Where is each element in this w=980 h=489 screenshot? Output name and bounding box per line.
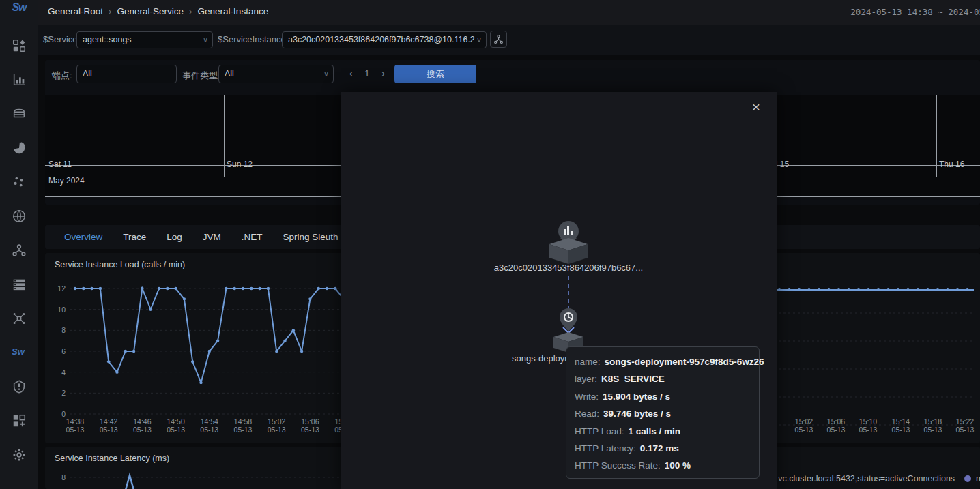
timeline-month-label: May 2024 xyxy=(48,176,85,186)
scatter-icon[interactable] xyxy=(12,175,27,190)
pie-chart-icon[interactable] xyxy=(12,140,27,155)
legend-dot-icon[interactable] xyxy=(964,475,971,482)
pager-next-button[interactable]: › xyxy=(382,68,385,78)
tooltip-row: Write:15.904 bytes / s xyxy=(575,388,751,405)
header-bar: General-Root›General-Service›General-Ins… xyxy=(38,0,980,25)
chart-title: Service Instance Latency (ms) xyxy=(55,454,169,463)
k8s-node-pin[interactable] xyxy=(560,308,577,331)
database-icon[interactable] xyxy=(12,106,27,121)
instance-node-label[interactable]: a3c20c020133453f864206f97b6c67... xyxy=(466,263,671,273)
svg-text:05-13: 05-13 xyxy=(167,426,185,434)
svg-text:05-13: 05-13 xyxy=(892,426,910,434)
close-icon[interactable]: × xyxy=(752,99,760,115)
tooltip-row: HTTP Latency:0.172 ms xyxy=(575,440,751,457)
service-label: $Service xyxy=(43,34,78,44)
sw-logo[interactable]: Sw xyxy=(12,345,27,360)
endpoint-filter-input[interactable]: All xyxy=(76,65,177,83)
tab-overview[interactable]: Overview xyxy=(64,232,102,242)
tooltip-row: Read:39.746 bytes / s xyxy=(575,405,751,422)
service-select[interactable]: agent::songs∨ xyxy=(76,31,213,48)
tooltip-row-value: 39.746 bytes / s xyxy=(603,409,671,419)
svg-text:05-13: 05-13 xyxy=(827,426,846,434)
shield-icon[interactable] xyxy=(12,379,27,394)
topology-icon[interactable] xyxy=(12,243,27,258)
service-instance-label: $ServiceInstance xyxy=(218,34,286,44)
breadcrumb-separator: › xyxy=(109,6,112,16)
tooltip-row-value: 15.904 bytes / s xyxy=(603,391,670,402)
tooltip-row-label: HTTP Success Rate: xyxy=(575,460,661,471)
chevron-down-icon: ∨ xyxy=(323,65,329,83)
instance-topology-modal: × xyxy=(341,92,777,489)
network-icon[interactable] xyxy=(12,311,27,326)
pager-page-number: 1 xyxy=(364,68,369,78)
tooltip-row-value: K8S_SERVICE xyxy=(601,374,665,384)
chart-title: Service Instance Load (calls / min) xyxy=(55,260,185,269)
tooltip-row-value: 1 calls / min xyxy=(629,426,681,436)
tooltip-row-label: Write: xyxy=(575,391,599,402)
svg-text:6: 6 xyxy=(61,347,66,355)
timeline-day-label: Thu 16 xyxy=(939,160,964,169)
svg-text:05-13: 05-13 xyxy=(924,426,942,434)
settings-icon[interactable] xyxy=(12,447,27,462)
events-pager: ‹1› xyxy=(343,68,391,78)
widgets-icon[interactable] xyxy=(12,413,27,428)
svg-text:05-13: 05-13 xyxy=(66,426,85,434)
tooltip-row: name:songs-deployment-957c9f8d5-6wz26 xyxy=(575,353,751,370)
tooltip-row-label: layer: xyxy=(575,374,597,384)
chevron-down-icon: ∨ xyxy=(476,32,482,48)
svg-text:14:54: 14:54 xyxy=(201,417,218,426)
svg-text:8: 8 xyxy=(61,326,66,334)
timeline-day-divider xyxy=(936,95,937,177)
svg-text:05-13: 05-13 xyxy=(268,426,286,434)
tooltip-row-label: name: xyxy=(575,357,601,367)
breadcrumb-item[interactable]: General-Root xyxy=(48,6,103,16)
instance-topology-button[interactable] xyxy=(490,31,507,48)
service-instance-select[interactable]: a3c20c020133453f864206f97b6c6738@10.116.… xyxy=(282,31,487,48)
svg-text:15:06: 15:06 xyxy=(827,417,845,426)
event-type-select[interactable]: All∨ xyxy=(218,65,334,83)
tooltip-row-label: HTTP Load: xyxy=(575,426,624,436)
timeline-day-divider xyxy=(224,95,225,177)
tab-trace[interactable]: Trace xyxy=(123,232,146,242)
breadcrumb-item[interactable]: General-Service xyxy=(117,6,184,16)
svg-text:10: 10 xyxy=(57,306,66,314)
legend-item-label[interactable]: na xyxy=(976,474,980,484)
endpoint-filter-label: 端点: xyxy=(52,70,72,82)
svg-text:15:18: 15:18 xyxy=(924,417,942,426)
tab-log[interactable]: Log xyxy=(167,232,182,242)
chart-legend[interactable]: vc.cluster.local:5432,status=activeConne… xyxy=(778,474,980,484)
tab--net[interactable]: .NET xyxy=(242,232,263,242)
bar-chart-icon[interactable] xyxy=(12,72,27,87)
svg-text:4: 4 xyxy=(61,368,66,376)
svg-text:8: 8 xyxy=(61,473,66,481)
tab-jvm[interactable]: JVM xyxy=(203,232,221,242)
breadcrumb: General-Root›General-Service›General-Ins… xyxy=(45,6,271,16)
svg-text:2: 2 xyxy=(61,389,66,397)
instance-node-cube[interactable] xyxy=(549,238,588,264)
pager-prev-button[interactable]: ‹ xyxy=(349,68,352,78)
list-icon[interactable] xyxy=(12,277,27,292)
svg-text:14:46: 14:46 xyxy=(133,417,151,426)
time-range-picker[interactable]: 2024-05-13 14:38 ~ 2024-05 xyxy=(850,7,980,17)
svg-text:15:14: 15:14 xyxy=(892,417,910,426)
dashboard-icon[interactable] xyxy=(12,38,27,53)
svg-text:14:38: 14:38 xyxy=(66,417,84,426)
svg-text:15:06: 15:06 xyxy=(301,417,319,426)
breadcrumb-separator: › xyxy=(189,6,192,16)
svg-text:15:02: 15:02 xyxy=(268,417,285,426)
breadcrumb-item[interactable]: General-Instance xyxy=(198,6,269,16)
svg-text:12: 12 xyxy=(57,284,66,293)
tooltip-row: layer:K8S_SERVICE xyxy=(575,370,751,387)
tooltip-row-value: 100 % xyxy=(665,460,691,471)
svg-text:0: 0 xyxy=(61,410,66,418)
tooltip-row-value: 0.172 ms xyxy=(640,443,679,454)
tab-spring-sleuth[interactable]: Spring Sleuth xyxy=(283,232,338,242)
svg-text:05-13: 05-13 xyxy=(956,426,975,434)
timeline-day-divider xyxy=(46,95,46,177)
legend-item-label[interactable]: vc.cluster.local:5432,status=activeConne… xyxy=(778,474,955,484)
search-button[interactable]: 搜索 xyxy=(394,65,476,83)
timeline-day-label: Sun 12 xyxy=(227,160,253,169)
skywalking-logo[interactable]: Sw xyxy=(0,1,38,22)
globe-icon[interactable] xyxy=(12,209,27,224)
svg-text:15:10: 15:10 xyxy=(859,417,877,426)
